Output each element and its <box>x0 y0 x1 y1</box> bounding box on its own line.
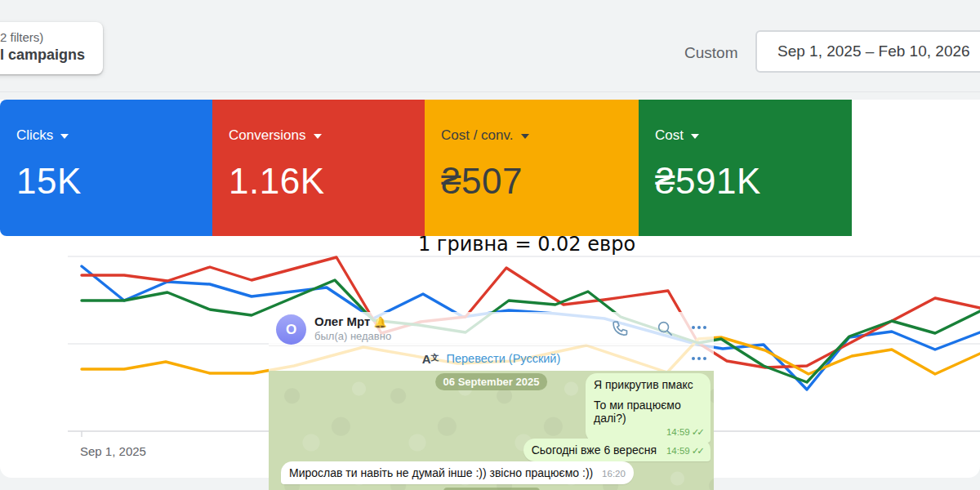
header-divider <box>0 91 980 92</box>
x-axis-tick-label: Sep 1, 2025 <box>80 444 146 458</box>
date-range-picker[interactable]: Sep 1, 2025 – Feb 10, 2026 <box>755 30 980 73</box>
scorecard-label: Cost / conv. <box>441 127 639 144</box>
date-range-value: Sep 1, 2025 – Feb 10, 2026 <box>777 42 970 60</box>
filters-count: 2 filters) <box>0 29 103 45</box>
translate-options-icon[interactable] <box>692 357 706 360</box>
translate-label: Перевести (Русский) <box>447 352 561 365</box>
chevron-down-icon[interactable] <box>691 134 699 139</box>
translate-bar[interactable]: A文 Перевести (Русский) <box>269 346 714 371</box>
translate-icon: A文 <box>422 352 439 366</box>
scorecard-value: ₴591K <box>655 161 852 202</box>
campaigns-label: l campaigns <box>0 45 103 65</box>
phone-call-icon[interactable] <box>611 318 630 338</box>
chat-message-area: 06 September 2025 Я прикрутив пмакс То м… <box>269 371 714 490</box>
read-ticks-icon: ✓✓ <box>692 427 702 437</box>
message-time: 14:59✓✓ <box>594 426 702 438</box>
scorecard-label: Clicks <box>16 127 212 144</box>
message-text: То ми працюємо далі?) <box>594 399 702 425</box>
scorecard-cost[interactable]: Cost ₴591K <box>639 100 852 236</box>
google-ads-dashboard: 2 filters) l campaigns Custom Sep 1, 202… <box>0 0 980 490</box>
date-range-type-label: Custom <box>684 44 737 62</box>
telegram-chat-window: О Олег Мрт 🔔 был(а) недавно A文 Перевести… <box>269 312 714 490</box>
scorecard-value: ₴507 <box>441 161 639 202</box>
scorecard-label: Cost <box>655 127 852 144</box>
scorecard-cost-per-conv[interactable]: Cost / conv. ₴507 <box>425 100 639 236</box>
chevron-down-icon[interactable] <box>314 134 322 139</box>
more-options-icon[interactable] <box>692 326 706 329</box>
message-text: Мирослав ти навіть не думай інше :)) зві… <box>289 466 593 479</box>
message-time: 16:20 <box>602 469 626 479</box>
chevron-down-icon[interactable] <box>521 134 529 139</box>
message-time: 14:59✓✓ <box>666 446 702 456</box>
scorecard-label: Conversions <box>229 127 425 144</box>
chevron-down-icon[interactable] <box>60 134 69 139</box>
contact-name: Олег Мрт 🔔 <box>314 314 387 328</box>
read-ticks-icon: ✓✓ <box>692 446 702 456</box>
search-icon[interactable] <box>657 320 674 337</box>
campaign-selector-chip[interactable]: 2 filters) l campaigns <box>0 22 103 74</box>
currency-annotation: 1 гривна = 0.02 евро <box>418 233 635 256</box>
bell-emoji-icon: 🔔 <box>374 316 387 328</box>
scorecard-value: 15K <box>16 161 212 202</box>
avatar[interactable]: О <box>276 314 306 345</box>
outgoing-message-bubble: Я прикрутив пмакс То ми працюємо далі?) … <box>586 373 710 443</box>
last-seen-status: был(а) недавно <box>314 330 391 342</box>
scorecard-conversions[interactable]: Conversions 1.16K <box>212 100 425 236</box>
telegram-header[interactable]: О Олег Мрт 🔔 был(а) недавно <box>269 312 714 346</box>
incoming-message-bubble: Мирослав ти навіть не думай інше :)) зві… <box>281 461 634 484</box>
scorecard-clicks[interactable]: Clicks 15K <box>0 100 212 236</box>
scorecard-value: 1.16K <box>229 161 425 202</box>
message-text: Я прикрутив пмакс <box>594 378 702 391</box>
message-text: Сьогодні вже 6 вересня <box>532 443 657 457</box>
outgoing-message-bubble: Сьогодні вже 6 вересня 14:59✓✓ <box>523 439 710 461</box>
scorecard-row: Clicks 15K Conversions 1.16K Cost / conv… <box>0 100 852 236</box>
date-separator-pill: 06 September 2025 <box>435 373 548 390</box>
